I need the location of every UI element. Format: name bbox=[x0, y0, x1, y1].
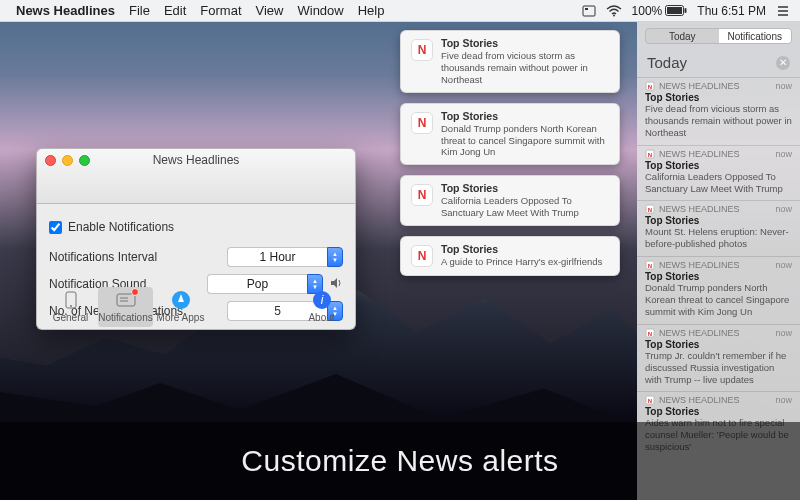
menu-edit[interactable]: Edit bbox=[164, 3, 186, 18]
svg-text:N: N bbox=[648, 398, 652, 404]
prefs-titlebar[interactable]: News Headlines General Notifications M bbox=[37, 149, 355, 204]
nc-segment-today[interactable]: Today bbox=[646, 29, 719, 43]
menu-view[interactable]: View bbox=[256, 3, 284, 18]
svg-rect-1 bbox=[585, 8, 588, 10]
nc-item-text: Donald Trump ponders North Korean threat… bbox=[645, 282, 792, 318]
nc-item[interactable]: NNEWS HEADLINESnowTop StoriesDonald Trum… bbox=[637, 256, 800, 324]
svg-rect-0 bbox=[583, 6, 595, 16]
svg-text:N: N bbox=[648, 207, 652, 213]
menu-format[interactable]: Format bbox=[200, 3, 241, 18]
menu-bar: News Headlines File Edit Format View Win… bbox=[0, 0, 800, 22]
nc-source: NNEWS HEADLINES bbox=[645, 149, 740, 159]
notification-banner[interactable]: N Top StoriesCalifornia Leaders Opposed … bbox=[400, 175, 620, 226]
desktop-notifications: N Top StoriesFive dead from vicious stor… bbox=[400, 30, 620, 276]
prefs-tab-general[interactable]: General bbox=[43, 287, 98, 327]
prefs-tab-notifications[interactable]: Notifications bbox=[98, 287, 153, 327]
nc-item-title: Top Stories bbox=[645, 215, 792, 226]
preferences-window: News Headlines General Notifications M bbox=[36, 148, 356, 330]
svg-text:i: i bbox=[320, 293, 323, 307]
enable-notifications-checkbox[interactable] bbox=[49, 221, 62, 234]
svg-rect-11 bbox=[117, 294, 135, 306]
interval-row: Notifications Interval 1 Hour ▲▼ bbox=[49, 246, 343, 268]
interval-popup[interactable]: 1 Hour ▲▼ bbox=[227, 247, 343, 267]
menubar-clock[interactable]: Thu 6:51 PM bbox=[697, 4, 766, 18]
nc-clear-button[interactable]: ✕ bbox=[776, 56, 790, 70]
news-app-icon: N bbox=[409, 110, 435, 136]
nc-item-title: Top Stories bbox=[645, 406, 792, 417]
menu-window[interactable]: Window bbox=[297, 3, 343, 18]
info-icon: i bbox=[311, 290, 333, 310]
appstore-icon bbox=[170, 290, 192, 310]
nc-source: NNEWS HEADLINES bbox=[645, 395, 740, 405]
news-app-icon: N bbox=[409, 243, 435, 269]
notification-center-icon[interactable] bbox=[776, 5, 790, 17]
nc-source: NNEWS HEADLINES bbox=[645, 260, 740, 270]
svg-rect-4 bbox=[667, 7, 682, 14]
nc-item-title: Top Stories bbox=[645, 271, 792, 282]
nc-segmented-control[interactable]: Today Notifications bbox=[645, 28, 792, 44]
prefs-tab-more-apps[interactable]: More Apps bbox=[153, 287, 208, 327]
menubar-control-icon[interactable] bbox=[582, 5, 596, 17]
nc-source: NNEWS HEADLINES bbox=[645, 81, 740, 91]
menu-help[interactable]: Help bbox=[358, 3, 385, 18]
battery-status[interactable]: 100% bbox=[632, 4, 688, 18]
interval-label: Notifications Interval bbox=[49, 250, 227, 264]
general-icon bbox=[60, 290, 82, 310]
marketing-caption: Customize News alerts bbox=[0, 422, 800, 500]
enable-notifications-row: Enable Notifications bbox=[49, 216, 343, 238]
badge-dot-icon bbox=[131, 288, 139, 296]
svg-point-10 bbox=[70, 305, 72, 307]
nc-time: now bbox=[775, 328, 792, 338]
prefs-tab-about[interactable]: i About bbox=[294, 287, 349, 327]
prefs-window-title: News Headlines bbox=[37, 153, 355, 167]
notifications-icon bbox=[115, 290, 137, 310]
nc-item[interactable]: NNEWS HEADLINESnowTop StoriesFive dead f… bbox=[637, 77, 800, 145]
svg-point-2 bbox=[613, 14, 615, 16]
svg-text:N: N bbox=[648, 263, 652, 269]
svg-rect-5 bbox=[685, 8, 687, 13]
nc-item-title: Top Stories bbox=[645, 339, 792, 350]
nc-item[interactable]: NNEWS HEADLINESnowTop StoriesTrump Jr. c… bbox=[637, 324, 800, 392]
nc-time: now bbox=[775, 149, 792, 159]
nc-item-text: California Leaders Opposed To Sanctuary … bbox=[645, 171, 792, 195]
enable-notifications-label: Enable Notifications bbox=[68, 220, 343, 234]
nc-time: now bbox=[775, 260, 792, 270]
notification-banner[interactable]: N Top StoriesDonald Trump ponders North … bbox=[400, 103, 620, 166]
nc-item-text: Trump Jr. couldn't remember if he discus… bbox=[645, 350, 792, 386]
nc-source: NNEWS HEADLINES bbox=[645, 204, 740, 214]
nc-segment-notifications[interactable]: Notifications bbox=[719, 29, 792, 43]
svg-text:N: N bbox=[648, 84, 652, 90]
notification-banner[interactable]: N Top StoriesA guide to Prince Harry's e… bbox=[400, 236, 620, 276]
nc-item-title: Top Stories bbox=[645, 92, 792, 103]
nc-item-text: Mount St. Helens eruption: Never-before-… bbox=[645, 226, 792, 250]
menubar-app-name[interactable]: News Headlines bbox=[16, 3, 115, 18]
nc-item[interactable]: NNEWS HEADLINESnowTop StoriesCalifornia … bbox=[637, 145, 800, 201]
news-app-icon: N bbox=[409, 182, 435, 208]
nc-item-title: Top Stories bbox=[645, 160, 792, 171]
nc-time: now bbox=[775, 395, 792, 405]
notification-banner[interactable]: N Top StoriesFive dead from vicious stor… bbox=[400, 30, 620, 93]
nc-item[interactable]: NNEWS HEADLINESnowTop StoriesMount St. H… bbox=[637, 200, 800, 256]
nc-source: NNEWS HEADLINES bbox=[645, 328, 740, 338]
news-app-icon: N bbox=[409, 37, 435, 63]
svg-text:N: N bbox=[648, 151, 652, 157]
nc-time: now bbox=[775, 204, 792, 214]
svg-text:N: N bbox=[648, 330, 652, 336]
nc-item-text: Five dead from vicious storm as thousand… bbox=[645, 103, 792, 139]
wifi-icon[interactable] bbox=[606, 5, 622, 17]
nc-heading: Today bbox=[647, 54, 687, 71]
chevron-updown-icon: ▲▼ bbox=[327, 247, 343, 267]
battery-percent-label: 100% bbox=[632, 4, 663, 18]
menu-file[interactable]: File bbox=[129, 3, 150, 18]
nc-time: now bbox=[775, 81, 792, 91]
